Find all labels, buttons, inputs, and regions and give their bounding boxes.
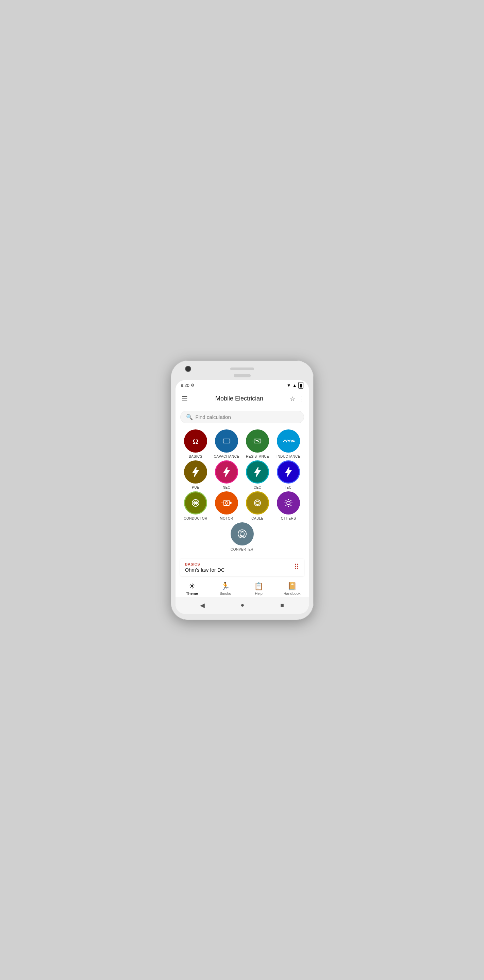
menu-icon[interactable]: ☰ [180,393,189,404]
home-button[interactable]: ● [237,600,249,610]
pue-icon [184,460,207,484]
others-label: OTHERS [281,517,296,520]
grid-item-nec[interactable]: NEC [212,460,241,489]
motor-icon [215,492,238,514]
motor-label: MOTOR [220,517,233,520]
signal-icon: ▲ [292,383,297,388]
time-display: 9:20 [181,383,189,388]
smoko-label: Smoko [219,592,231,595]
basics-label: BASICS [189,455,202,458]
iec-icon [277,460,300,484]
app-bar: ☰ Mobile Electrician ☆ ⋮ [176,391,309,407]
cable-icon [246,492,269,514]
grid-dots-icon[interactable]: ⠿ [294,563,299,572]
svg-point-18 [256,501,259,504]
cec-label: CEC [254,485,262,489]
grid-item-iec[interactable]: IEC [274,460,303,489]
grid-item-pue[interactable]: PUE [181,460,210,489]
grid-item-conductor[interactable]: CONDUCTOR [181,492,210,520]
app-bar-actions: ☆ ⋮ [290,395,304,402]
phone-screen: 9:20 ⚙ ▼ ▲ ▮ ☰ Mobile Electrician ☆ ⋮ 🔍 [176,380,309,614]
back-button[interactable]: ◀ [196,600,209,611]
pue-label: PUE [192,485,199,489]
nav-item-theme[interactable]: ☀ Theme [182,582,202,595]
svg-point-19 [287,501,290,504]
inductance-label: INDUCTANCE [276,455,300,458]
app-title: Mobile Electrician [189,395,290,402]
status-bar: 9:20 ⚙ ▼ ▲ ▮ [176,380,309,391]
grid-item-inductance[interactable]: INDUCTANCE [274,430,303,458]
battery-icon: ▮ [298,382,303,388]
cec-icon [246,460,269,484]
recent-info: BASICS Ohm's law for DC [185,562,225,573]
grid-item-capacitance[interactable]: CAPACITANCE [212,430,241,458]
status-icons: ▼ ▲ ▮ [287,382,303,388]
resistance-icon [246,430,269,453]
converter-icon [231,522,254,546]
recent-button[interactable]: ■ [276,600,288,610]
camera [186,366,190,371]
grid-item-resistance[interactable]: RESISTANCE [243,430,272,458]
cable-label: CABLE [251,517,263,520]
svg-rect-13 [224,500,229,506]
handbook-icon: 📔 [287,582,297,591]
converter-label: CONVERTER [231,547,253,551]
star-icon[interactable]: ☆ [290,395,295,402]
grid-row-2: PUE NEC CEC [180,460,304,489]
nav-item-smoko[interactable]: 🏃 Smoko [215,582,236,595]
single-row: CONVERTER [180,522,304,551]
nec-icon [215,460,238,484]
search-bar[interactable]: 🔍 [180,411,304,423]
phone-top-bar [176,366,309,371]
grid-item-basics[interactable]: Ω BASICS [181,430,210,458]
inductance-icon [277,430,300,453]
recent-section: BASICS Ohm's law for DC ⠿ [180,559,304,576]
smoko-icon: 🏃 [221,582,230,591]
nec-label: NEC [223,485,231,489]
grid-row-3: CONDUCTOR MOTOR [180,492,304,520]
phone-notch [234,374,251,377]
svg-rect-1 [223,439,230,443]
basics-icon: Ω [184,430,207,453]
recent-name: Ohm's law for DC [185,567,225,573]
search-input[interactable] [195,414,298,420]
conductor-icon [184,492,207,514]
wifi-icon: ▼ [287,383,291,388]
svg-point-12 [195,502,197,504]
iec-label: IEC [286,485,292,489]
svg-text:Ω: Ω [193,437,198,445]
others-icon [277,492,300,514]
nav-item-help[interactable]: 📋 Help [249,582,269,595]
resistance-label: RESISTANCE [246,455,269,458]
grid-row-1: Ω BASICS CAPACITANCE [180,430,304,458]
phone-frame: 9:20 ⚙ ▼ ▲ ▮ ☰ Mobile Electrician ☆ ⋮ 🔍 [171,360,314,620]
conductor-label: CONDUCTOR [184,517,207,520]
grid-item-converter[interactable]: CONVERTER [227,522,257,551]
speaker [230,368,254,370]
recent-category: BASICS [185,562,225,566]
capacitance-icon [215,430,238,453]
search-icon: 🔍 [186,414,193,420]
handbook-label: Handbook [283,592,300,595]
grid-item-motor[interactable]: MOTOR [212,492,241,520]
nav-item-handbook[interactable]: 📔 Handbook [282,582,302,595]
theme-icon: ☀ [189,582,195,591]
grid-item-others[interactable]: OTHERS [274,492,303,520]
help-icon: 📋 [254,582,263,591]
theme-label: Theme [186,592,198,595]
capacitance-label: CAPACITANCE [214,455,239,458]
grid-item-cec[interactable]: CEC [243,460,272,489]
help-label: Help [255,592,263,595]
grid-item-cable[interactable]: CABLE [243,492,272,520]
android-nav-bar: ◀ ● ■ [176,597,309,614]
svg-point-14 [225,501,228,504]
more-icon[interactable]: ⋮ [298,395,304,402]
bottom-nav: ☀ Theme 🏃 Smoko 📋 Help 📔 Handbook [176,579,309,597]
status-time: 9:20 ⚙ [181,383,195,388]
grid-section: Ω BASICS CAPACITANCE [176,427,309,556]
